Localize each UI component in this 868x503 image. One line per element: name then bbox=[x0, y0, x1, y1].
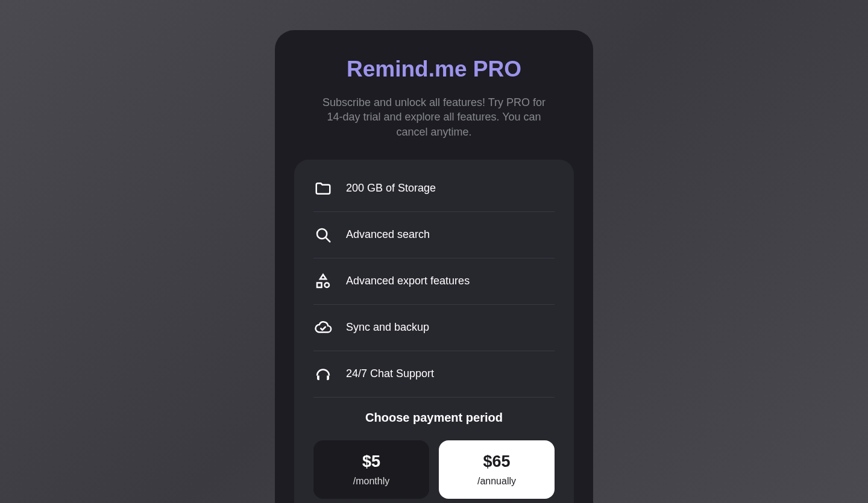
feature-label: 200 GB of Storage bbox=[346, 182, 436, 195]
modal-title: Remind.me PRO bbox=[294, 57, 574, 82]
feature-row: 24/7 Chat Support bbox=[313, 364, 555, 398]
search-icon bbox=[313, 225, 333, 245]
shapes-icon bbox=[313, 272, 333, 291]
payment-period-title: Choose payment period bbox=[313, 411, 555, 425]
feature-label: 24/7 Chat Support bbox=[346, 367, 434, 380]
price-value: $5 bbox=[323, 452, 420, 471]
feature-label: Advanced export features bbox=[346, 275, 470, 287]
price-period: /monthly bbox=[323, 476, 420, 487]
svg-rect-2 bbox=[317, 283, 322, 287]
svg-line-1 bbox=[326, 237, 330, 242]
price-period: /annually bbox=[448, 476, 545, 487]
folder-icon bbox=[313, 179, 333, 198]
feature-label: Sync and backup bbox=[346, 321, 429, 334]
payment-option-annually[interactable]: $65 /annually bbox=[439, 440, 555, 499]
svg-point-3 bbox=[325, 283, 330, 287]
payment-option-monthly[interactable]: $5 /monthly bbox=[313, 440, 429, 499]
feature-row: Sync and backup bbox=[313, 318, 555, 351]
feature-row: 200 GB of Storage bbox=[313, 179, 555, 212]
support-icon bbox=[313, 364, 333, 384]
subscription-modal: Remind.me PRO Subscribe and unlock all f… bbox=[275, 30, 593, 503]
feature-row: Advanced search bbox=[313, 225, 555, 258]
features-card: 200 GB of Storage Advanced search Advanc… bbox=[294, 160, 574, 503]
cloud-check-icon bbox=[313, 318, 333, 337]
price-value: $65 bbox=[448, 452, 545, 471]
payment-options: $5 /monthly $65 /annually bbox=[313, 440, 555, 499]
feature-label: Advanced search bbox=[346, 228, 430, 241]
modal-subtitle: Subscribe and unlock all features! Try P… bbox=[294, 95, 574, 139]
feature-row: Advanced export features bbox=[313, 272, 555, 305]
